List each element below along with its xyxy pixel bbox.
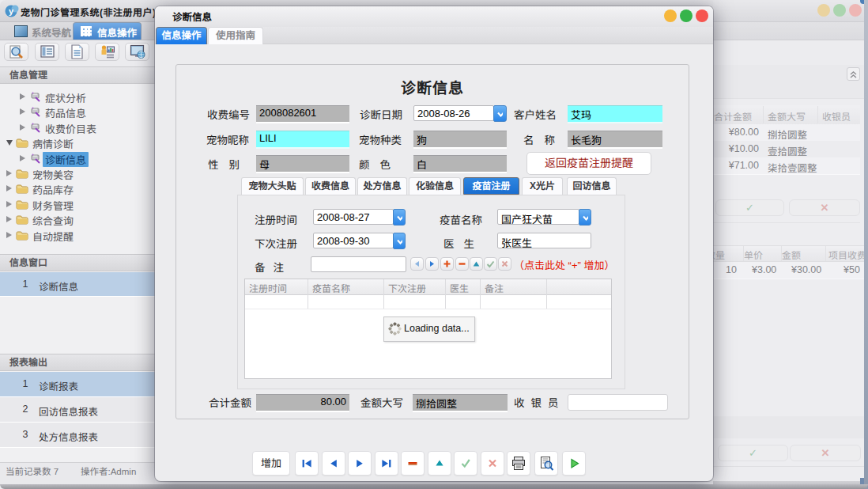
svg-text:y: y <box>9 6 14 16</box>
